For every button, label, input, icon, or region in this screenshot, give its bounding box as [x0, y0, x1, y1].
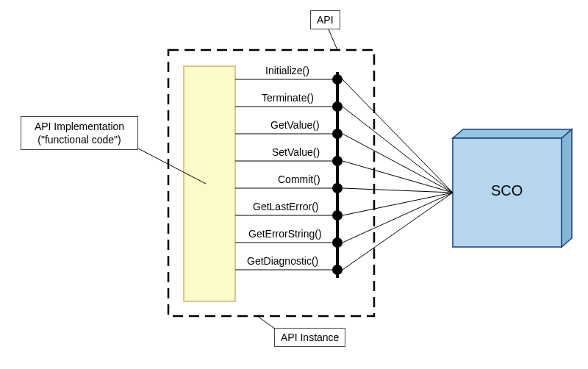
sco-label: SCO — [491, 182, 523, 199]
api-instance-label-box: API Instance — [274, 328, 345, 347]
svg-marker-1 — [562, 129, 572, 247]
svg-marker-0 — [453, 129, 572, 138]
api-implementation-rect — [184, 66, 235, 301]
method-to-sco-line — [343, 107, 453, 193]
method-label: Terminate() — [262, 92, 314, 104]
method-to-sco-line — [343, 134, 453, 193]
method-port-dot — [332, 74, 343, 85]
method-label: GetValue() — [270, 119, 320, 131]
method-to-sco-line — [343, 188, 453, 193]
method-connectors — [235, 74, 453, 275]
method-port-dot — [332, 129, 343, 139]
method-to-sco-line — [343, 161, 453, 193]
method-to-sco-line — [343, 79, 453, 193]
method-label: Initialize() — [265, 65, 309, 76]
method-port-dot — [332, 156, 343, 166]
api-label-box: API — [310, 10, 340, 29]
method-to-sco-line — [343, 193, 453, 243]
api-implementation-label-box: API Implementation ("functional code") — [21, 116, 138, 150]
api-implementation-l1: API Implementation — [35, 121, 124, 132]
api-instance-connector — [257, 316, 276, 329]
api-implementation-l2: ("functional code") — [37, 134, 121, 146]
sco-label-text: SCO — [491, 182, 523, 198]
api-label-text: API — [317, 14, 334, 26]
method-label: Commit() — [278, 173, 320, 185]
method-port-dot — [332, 237, 343, 248]
method-label: GetLastError() — [253, 201, 318, 212]
method-port-dot — [332, 101, 343, 112]
method-label: GetDiagnostic() — [247, 255, 318, 267]
api-instance-label-text: API Instance — [281, 332, 339, 343]
method-port-dot — [332, 265, 343, 275]
method-label: GetErrorString() — [248, 228, 322, 240]
method-port-dot — [332, 183, 343, 193]
method-label: SetValue() — [272, 146, 320, 158]
api-label-connector — [329, 29, 337, 50]
method-port-dot — [332, 210, 343, 221]
